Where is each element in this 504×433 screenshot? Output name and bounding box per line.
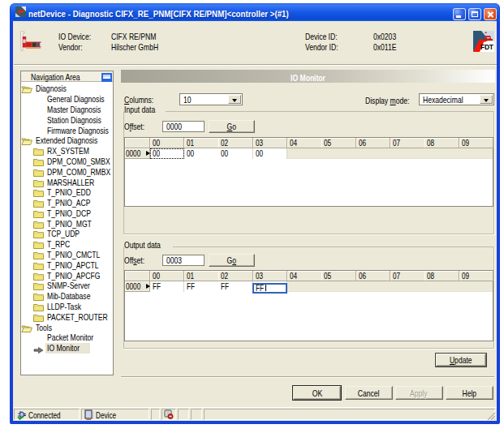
svg-text:FDT: FDT (480, 43, 494, 51)
